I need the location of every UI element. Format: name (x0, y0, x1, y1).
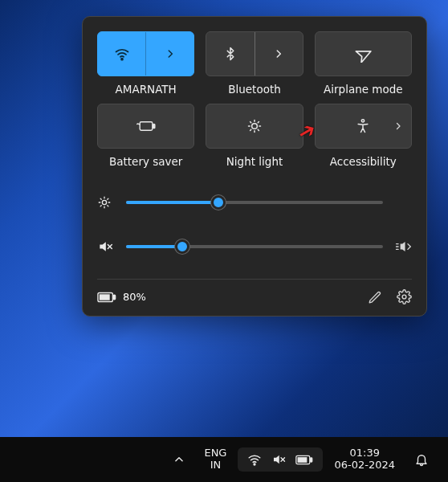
volume-thumb[interactable] (175, 239, 189, 254)
svg-point-12 (255, 464, 256, 465)
volume-row (97, 239, 412, 255)
tile-accessibility[interactable] (315, 104, 412, 149)
battery-icon (295, 455, 313, 465)
tile-night-light[interactable] (206, 104, 303, 149)
volume-slider[interactable] (126, 245, 383, 248)
svg-rect-2 (153, 124, 154, 128)
svg-point-11 (402, 295, 406, 299)
airplane-icon (354, 45, 372, 63)
svg-point-0 (121, 59, 123, 60)
tile-wifi-cell: AMARNATH (97, 31, 194, 96)
wifi-icon (114, 46, 130, 62)
taskbar: ENG IN 01:39 06-02-2024 (0, 437, 448, 482)
language-indicator[interactable]: ENG IN (198, 444, 233, 475)
tile-battery-saver-label: Battery saver (109, 155, 182, 168)
svg-rect-9 (100, 294, 110, 300)
tray-overflow-button[interactable] (165, 449, 193, 470)
clock-date[interactable]: 01:39 06-02-2024 (328, 444, 401, 475)
svg-point-5 (102, 200, 106, 204)
edit-quick-settings-button[interactable] (368, 290, 382, 304)
tile-bluetooth[interactable] (206, 31, 303, 76)
system-tray-group[interactable] (238, 447, 323, 472)
battery-percent-text: 80% (123, 291, 146, 303)
bluetooth-toggle-half[interactable] (206, 32, 255, 76)
quick-tiles-grid: AMARNATH Bluetooth (97, 31, 412, 168)
clock-date-text: 06-02-2024 (334, 460, 395, 472)
svg-rect-10 (113, 295, 115, 300)
brightness-icon (97, 195, 115, 210)
volume-muted-icon[interactable] (97, 239, 115, 255)
tile-wifi[interactable] (97, 31, 194, 76)
svg-rect-17 (311, 457, 312, 461)
svg-point-4 (362, 120, 365, 122)
audio-output-button[interactable] (394, 239, 412, 254)
lang-line1: ENG (204, 447, 226, 460)
tile-airplane[interactable] (315, 31, 412, 76)
tile-night-light-cell: Night light (206, 104, 303, 168)
bluetooth-icon (223, 47, 238, 61)
battery-saver-icon (136, 119, 157, 133)
tile-airplane-cell: Airplane mode (315, 31, 412, 96)
quick-settings-panel: AMARNATH Bluetooth (82, 16, 427, 317)
tile-airplane-label: Airplane mode (324, 83, 403, 96)
battery-status[interactable]: 80% (97, 291, 146, 303)
notifications-button[interactable] (406, 447, 437, 472)
clock-time: 01:39 (349, 447, 379, 460)
battery-icon (97, 292, 116, 303)
accessibility-icon (355, 118, 371, 134)
svg-point-3 (252, 124, 258, 129)
volume-muted-icon (271, 452, 286, 467)
wifi-icon (247, 452, 262, 467)
tile-accessibility-label: Accessibility (330, 155, 397, 168)
chevron-right-icon (273, 48, 284, 59)
brightness-row (97, 195, 412, 210)
svg-rect-1 (140, 122, 153, 130)
wifi-toggle-half[interactable] (98, 32, 146, 76)
chevron-right-icon (165, 48, 176, 59)
tile-bluetooth-label: Bluetooth (228, 83, 281, 96)
brightness-slider[interactable] (126, 201, 383, 204)
night-light-icon (246, 118, 263, 134)
volume-fill (126, 245, 182, 248)
panel-footer: 80% (97, 279, 412, 304)
sliders-section (97, 195, 412, 255)
chevron-right-icon (393, 121, 403, 131)
tile-bluetooth-cell: Bluetooth (206, 31, 303, 96)
tile-accessibility-cell: Accessibility (315, 104, 412, 168)
brightness-thumb[interactable] (211, 195, 226, 210)
svg-rect-16 (298, 457, 307, 463)
tile-battery-saver-cell: Battery saver (97, 104, 194, 168)
tile-battery-saver[interactable] (97, 104, 194, 149)
wifi-more-half[interactable] (146, 32, 193, 76)
brightness-fill (126, 201, 218, 204)
tile-wifi-label: AMARNATH (116, 83, 177, 96)
tile-night-light-label: Night light (226, 155, 283, 168)
lang-line2: IN (210, 460, 222, 472)
bluetooth-more-half[interactable] (255, 32, 303, 76)
settings-button[interactable] (397, 289, 412, 304)
